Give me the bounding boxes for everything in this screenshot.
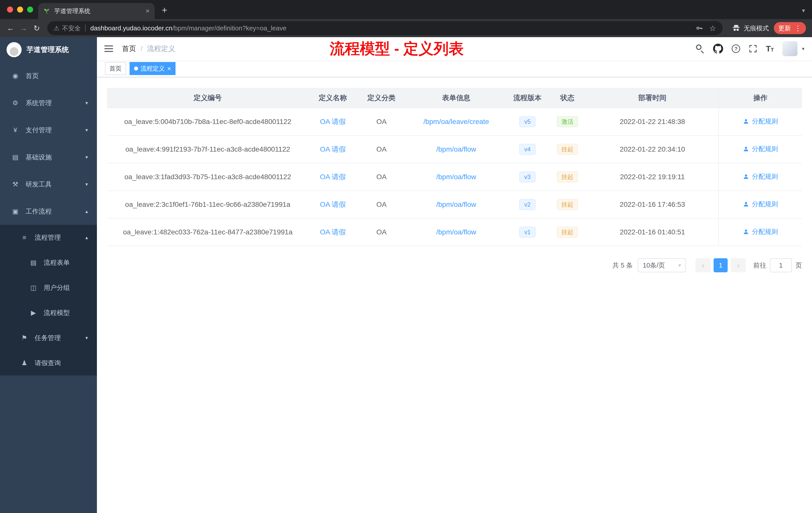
top-navbar: 首页 / 流程定义 流程模型 - 定义列表 ? TT	[97, 37, 812, 60]
assign-rule-link[interactable]: 分配规则	[743, 172, 778, 181]
sidebar-item-payment-management[interactable]: ¥ 支付管理 ▾	[0, 117, 97, 144]
page-number-1[interactable]: 1	[714, 258, 728, 272]
browser-tab[interactable]: 芋道管理系统 ×	[38, 3, 155, 19]
col-deploy-time: 部署时间	[586, 88, 719, 108]
definition-name-link[interactable]: OA 请假	[320, 228, 346, 236]
prev-page-button[interactable]: ‹	[696, 258, 710, 272]
back-button[interactable]: ←	[4, 24, 17, 32]
tag-label: 首页	[110, 64, 121, 72]
page-content: 定义编号 定义名称 定义分类 表单信息 流程版本 状态 部署时间 操作 oa_l	[97, 77, 812, 513]
sidebar-item-label: 工作流程	[26, 207, 52, 216]
github-icon[interactable]	[713, 44, 723, 54]
assign-rule-link[interactable]: 分配规则	[743, 117, 778, 126]
collapse-sidebar-icon[interactable]	[105, 43, 113, 54]
col-form-info: 表单信息	[406, 88, 506, 108]
sidebar-item-home[interactable]: ◉ 首页	[0, 62, 97, 89]
deploy-time: 2022-01-22 20:34:10	[586, 135, 719, 163]
sidebar-item-system-management[interactable]: ⚙ 系统管理 ▾	[0, 89, 97, 117]
definition-id: oa_leave:5:004b710b-7b8a-11ec-8ef0-acde4…	[107, 108, 309, 135]
update-label: 更新	[778, 24, 791, 32]
assign-rule-link[interactable]: 分配规则	[743, 228, 778, 236]
close-window-button[interactable]	[7, 6, 13, 12]
address-bar[interactable]: ⚠ 不安全 dashboard.yudao.iocoder.cn /bpm/ma…	[47, 21, 723, 35]
definition-name-link[interactable]: OA 请假	[320, 173, 346, 181]
browser-window: 芋道管理系统 × + ▾ ← → ↻ ⚠ 不安全 dashboard.yudao…	[0, 0, 812, 513]
search-icon[interactable]	[696, 44, 704, 53]
version-badge: v1	[519, 227, 535, 238]
definition-category: OA	[357, 191, 406, 218]
sidebar-item-label: 支付管理	[26, 126, 52, 134]
page-size-select[interactable]: 10条/页 ▾	[638, 258, 686, 272]
tag-close-icon[interactable]: ×	[167, 65, 171, 72]
sidebar-item-leave-query[interactable]: ♟ 请假查询	[0, 350, 97, 375]
form-info-link[interactable]: /bpm/oa/flow	[436, 228, 476, 236]
security-status[interactable]: ⚠ 不安全	[54, 24, 81, 32]
version-badge: v5	[519, 116, 535, 127]
tag-process-definition[interactable]: 流程定义 ×	[129, 62, 175, 75]
sidebar-item-label: 基础设施	[26, 153, 52, 162]
deploy-time: 2022-01-22 19:19:11	[586, 163, 719, 191]
form-info-link[interactable]: /bpm/oa/leave/create	[423, 118, 489, 125]
sidebar-item-label: 用户分组	[44, 283, 70, 292]
forward-button[interactable]: →	[17, 24, 30, 32]
page-annotation: 流程模型 - 定义列表	[330, 39, 464, 59]
user-group-icon: ◫	[29, 284, 38, 292]
tags-view-bar: 首页 流程定义 ×	[97, 60, 812, 77]
sidebar-item-process-model[interactable]: ▶ 流程模型	[0, 300, 97, 325]
maximize-window-button[interactable]	[27, 6, 33, 12]
list-icon: ≡	[20, 234, 29, 241]
tab-close-icon[interactable]: ×	[146, 7, 150, 15]
avatar[interactable]	[782, 41, 798, 56]
menu-kebab-icon[interactable]: ⋮	[794, 24, 802, 32]
sidebar-item-process-management[interactable]: ≡ 流程管理 ▴	[0, 225, 97, 250]
goto-page-input[interactable]	[770, 258, 792, 272]
sidebar-item-workflow[interactable]: ▣ 工作流程 ▴	[0, 198, 97, 225]
minimize-window-button[interactable]	[17, 6, 23, 12]
tag-home[interactable]: 首页	[105, 62, 126, 75]
incognito-icon	[732, 24, 741, 32]
form-info-link[interactable]: /bpm/oa/flow	[436, 173, 476, 181]
warning-icon: ⚠	[54, 25, 59, 32]
chevron-up-icon: ▴	[85, 234, 88, 240]
sidebar-item-user-group[interactable]: ◫ 用户分组	[0, 275, 97, 300]
form-icon: ▤	[29, 259, 38, 267]
sidebar-item-infrastructure[interactable]: ▤ 基础设施 ▾	[0, 144, 97, 171]
reload-button[interactable]: ↻	[30, 24, 43, 33]
breadcrumb-home[interactable]: 首页	[122, 44, 136, 54]
definition-name-link[interactable]: OA 请假	[320, 201, 346, 208]
goto-label: 前往	[753, 261, 766, 270]
pagination: 共 5 条 10条/页 ▾ ‹ 1 › 前往 页	[107, 258, 802, 272]
table-row: oa_leave:3:1fad3d93-7b75-11ec-a3c8-acde4…	[107, 163, 802, 191]
definition-name-link[interactable]: OA 请假	[320, 145, 346, 153]
font-size-icon[interactable]: TT	[766, 44, 774, 54]
help-icon[interactable]: ?	[732, 44, 740, 53]
form-info-link[interactable]: /bpm/oa/flow	[436, 145, 476, 153]
caret-down-icon[interactable]: ▾	[802, 46, 805, 52]
chevron-down-icon: ▾	[85, 335, 88, 341]
bookmark-star-icon[interactable]: ☆	[709, 24, 716, 33]
fullscreen-icon[interactable]	[749, 44, 757, 53]
next-page-button[interactable]: ›	[731, 258, 746, 272]
sidebar-item-task-management[interactable]: ⚑ 任务管理 ▾	[0, 325, 97, 350]
user-icon	[743, 201, 749, 208]
col-definition-category: 定义分类	[357, 88, 406, 108]
form-info-link[interactable]: /bpm/oa/flow	[436, 201, 476, 208]
total-count: 共 5 条	[612, 261, 633, 270]
new-tab-button[interactable]: +	[162, 5, 167, 16]
chevron-down-icon: ▾	[678, 262, 681, 268]
tab-search-icon[interactable]: ▾	[802, 7, 805, 14]
tools-icon: ⚒	[11, 180, 20, 188]
status-badge: 激活	[557, 116, 578, 127]
assign-rule-link[interactable]: 分配规则	[743, 200, 778, 209]
url-path: /bpm/manager/definition?key=oa_leave	[172, 24, 287, 32]
sidebar-item-dev-tools[interactable]: ⚒ 研发工具 ▾	[0, 171, 97, 198]
update-browser-button[interactable]: 更新 ⋮	[774, 22, 806, 34]
user-icon	[743, 118, 749, 125]
assign-rule-link[interactable]: 分配规则	[743, 145, 778, 153]
active-dot	[134, 66, 138, 70]
sidebar-item-label: 系统管理	[26, 99, 52, 108]
definition-id: oa_leave:3:1fad3d93-7b75-11ec-a3c8-acde4…	[107, 163, 309, 191]
password-key-icon[interactable]	[695, 24, 703, 32]
sidebar-item-process-form[interactable]: ▤ 流程表单	[0, 250, 97, 275]
definition-name-link[interactable]: OA 请假	[320, 118, 346, 125]
